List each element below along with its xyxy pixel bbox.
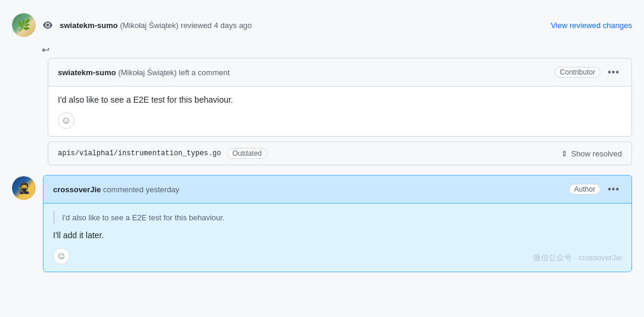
author-comment-header-right: Author ••• [569,181,622,197]
first-comment-header: swiatekm-sumo (Mikołaj Świątek) left a c… [48,59,631,87]
first-comment-username[interactable]: swiatekm-sumo [58,68,116,77]
view-changes-link[interactable]: View reviewed changes [551,21,632,30]
review-header: 🌿 swiatekm-sumo (Mikołaj Świątek) review… [12,6,632,44]
show-resolved-button[interactable]: ⇕ Show resolved [561,149,622,158]
review-header-left: 🌿 swiatekm-sumo (Mikołaj Świątek) review… [12,13,252,37]
author-comment-more-button[interactable]: ••• [605,181,622,197]
first-comment-block: swiatekm-sumo (Mikołaj Świątek) left a c… [48,58,632,137]
author-comment-row: 🥷 crossoverJie commented yesterday Autho… [12,175,632,272]
author-avatar: 🥷 [12,176,36,200]
review-meta: swiatekm-sumo (Mikołaj Świątek) reviewed… [60,21,252,30]
reviewer-fullname-parens: (Mikołaj Świątek) [120,21,181,30]
show-resolved-arrows-icon: ⇕ [561,149,568,158]
first-comment-text: I'd also like to see a E2E test for this… [58,94,622,106]
show-resolved-label: Show resolved [571,149,622,158]
author-comment-time: yesterday [145,185,179,194]
first-comment-fullname: (Mikołaj Świątek) [118,68,179,77]
author-comment-body: I'd also like to see a E2E test for this… [44,204,631,272]
first-comment-header-left: swiatekm-sumo (Mikołaj Świątek) left a c… [58,68,230,77]
review-time: 4 days ago [214,21,252,30]
quoted-text: I'd also like to see a E2E test for this… [53,211,622,224]
author-comment-action: commented [103,185,146,194]
first-comment-action: left a comment [179,68,230,77]
first-comment-emoji-button[interactable]: ☺ [58,112,75,129]
contributor-badge: Contributor [555,67,600,78]
file-row-left: apis/v1alpha1/instrumentation_types.go O… [58,148,267,159]
author-emoji-button[interactable]: ☺ [53,248,70,264]
review-action: reviewed [181,21,212,30]
author-reply-text: I'll add it later. [53,229,622,242]
first-comment-more-button[interactable]: ••• [605,64,622,80]
author-comment-username[interactable]: crossoverJie [53,185,101,194]
first-comment-body: I'd also like to see a E2E test for this… [48,87,631,136]
first-comment-header-right: Contributor ••• [555,64,622,80]
author-avatar-img: 🥷 [12,176,36,200]
reviewer-username[interactable]: swiatekm-sumo [60,21,118,30]
author-comment-block: crossoverJie commented yesterday Author … [43,175,632,272]
author-comment-header-left: crossoverJie commented yesterday [53,185,179,194]
reviewer-avatar: 🌿 [12,13,36,37]
avatar: 🌿 [12,13,36,37]
file-path[interactable]: apis/v1alpha1/instrumentation_types.go [58,149,221,158]
review-eye-icon [42,19,54,31]
author-badge: Author [569,184,600,195]
outdated-badge: Outdated [227,148,267,159]
back-arrow: ↩ [42,44,49,56]
file-row: apis/v1alpha1/instrumentation_types.go O… [48,141,632,165]
author-comment-header: crossoverJie commented yesterday Author … [44,176,631,204]
